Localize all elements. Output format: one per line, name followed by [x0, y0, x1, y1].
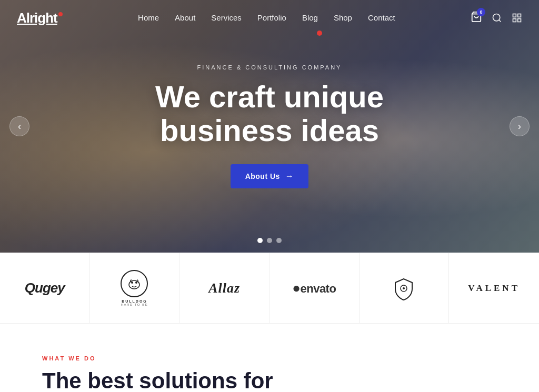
grid-menu-button[interactable] [512, 13, 522, 23]
about-us-button[interactable]: About Us → [231, 164, 309, 188]
bulldog-text: BULLDOG [122, 299, 147, 303]
svg-point-1 [493, 14, 500, 21]
nav-item-services[interactable]: Services [211, 13, 242, 23]
svg-line-2 [499, 20, 501, 22]
brand-logo-qugey: Qugey [0, 253, 90, 323]
svg-point-9 [135, 282, 137, 284]
what-tag: WHAT WE DO [42, 355, 497, 361]
bulldog-circle [121, 270, 148, 297]
qugey-logo: Qugey [25, 280, 65, 296]
hero-section: ‹ Finance & Consulting Company We craft … [0, 0, 539, 253]
hero-subtitle: Finance & Consulting Company [155, 64, 384, 71]
bulldog-icon [126, 276, 142, 292]
bulldog-subtitle: HARD TO BE [121, 303, 148, 306]
logo[interactable]: Alright [17, 10, 63, 26]
svg-point-10 [403, 287, 405, 289]
carousel-dot-1[interactable] [257, 238, 263, 243]
about-us-label: About Us [245, 172, 280, 180]
carousel-dot-2[interactable] [267, 238, 272, 243]
grid-icon [512, 13, 522, 23]
search-icon [492, 13, 502, 23]
search-button[interactable] [492, 13, 502, 23]
logos-grid: Qugey BULLDOG HARD TO BE [0, 253, 539, 323]
envato-logo: ●envato [292, 280, 336, 296]
hero-content: Finance & Consulting Company We craft un… [145, 64, 394, 188]
logo-dot [58, 12, 63, 16]
brand-logo-envato: ●envato [270, 253, 360, 323]
what-title: The best solutions for [42, 369, 497, 392]
nav-item-portfolio[interactable]: Portfolio [257, 13, 286, 23]
nav-item-shop[interactable]: Shop [334, 13, 352, 23]
nav-item-contact[interactable]: Contact [368, 13, 395, 23]
svg-rect-4 [518, 14, 521, 17]
nav-item-about[interactable]: About [175, 13, 195, 23]
bulldog-logo-wrap: BULLDOG HARD TO BE [121, 270, 148, 306]
brand-logo-allaz: Allaz [179, 253, 270, 323]
brand-logo-valent: VALENT [449, 253, 539, 323]
cart-badge: 0 [477, 8, 485, 16]
svg-rect-6 [518, 19, 521, 22]
arrow-icon: → [285, 172, 294, 181]
cart-button[interactable]: 0 [471, 11, 482, 25]
carousel-dot-3[interactable] [276, 238, 282, 243]
nav-links: Home About Services Portfolio Blog Shop … [138, 13, 395, 23]
carousel-prev-button[interactable]: ‹ [9, 116, 29, 136]
svg-rect-3 [513, 14, 516, 17]
nav-icons: 0 [471, 11, 522, 25]
nav-item-blog[interactable]: Blog [302, 13, 318, 23]
what-we-do-section: WHAT WE DO The best solutions for [0, 324, 539, 392]
nav-item-home[interactable]: Home [138, 13, 159, 23]
shield-logo-icon [391, 276, 416, 301]
valent-logo: VALENT [468, 283, 520, 294]
navbar: Alright Home About Services Portfolio Bl… [0, 0, 539, 36]
hero-title-line2: business ideas [160, 113, 379, 147]
svg-rect-5 [513, 19, 516, 22]
brand-logo-bulldog: BULLDOG HARD TO BE [90, 253, 180, 323]
carousel-next-button[interactable]: › [510, 116, 530, 136]
allaz-logo: Allaz [208, 280, 240, 296]
logos-section: Qugey BULLDOG HARD TO BE [0, 253, 539, 324]
carousel-dots [257, 238, 282, 243]
svg-point-8 [131, 282, 133, 284]
what-title-line1: The best solutions for [42, 368, 273, 392]
logo-text: Alright [17, 10, 57, 26]
hero-title: We craft unique business ideas [155, 80, 384, 147]
brand-logo-shield [360, 253, 450, 323]
hero-title-line1: We craft unique [155, 79, 384, 114]
